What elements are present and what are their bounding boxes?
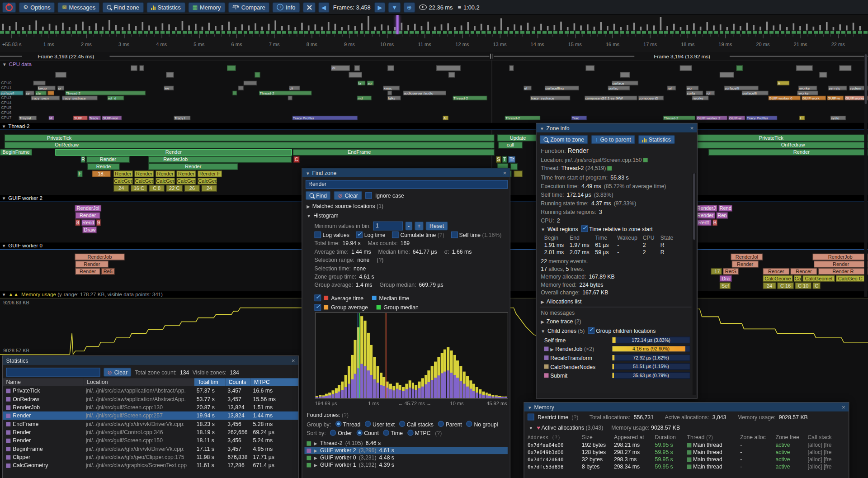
timeline-zone[interactable]: RenderJob xyxy=(813,254,868,260)
cpu-zone[interactable] xyxy=(736,65,743,71)
timeline-zone[interactable]: Rende xyxy=(87,163,119,170)
timeline-zone[interactable]: OnRedraw xyxy=(696,142,868,148)
timeline-zone[interactable]: Render xyxy=(708,149,868,156)
cpu-zone[interactable]: au xyxy=(367,81,374,85)
close-icon[interactable] xyxy=(690,125,693,131)
timeline-zone[interactable]: Rencer xyxy=(763,268,789,275)
cpu-zone[interactable]: Thread-2 xyxy=(505,116,540,120)
frame-label[interactable]: Frame 3,193 (22.45 ms) xyxy=(22,53,109,59)
cpu-zone[interactable]: Thread-2 xyxy=(453,96,487,100)
allocation-row[interactable]: 0x7dfaa64e00 192 bytes 298.21 ms 59.95 s… xyxy=(528,441,845,449)
timeline-zone[interactable]: Re5 xyxy=(101,268,114,275)
restrict-time-checkbox[interactable] xyxy=(528,414,534,421)
statistics-row[interactable]: Render jni/../jni/src/guif/Screen.cpp:25… xyxy=(3,412,298,420)
increment-button[interactable]: + xyxy=(415,222,423,231)
cpu-zone[interactable] xyxy=(349,72,362,77)
checkbox[interactable] xyxy=(315,294,321,301)
statistics-row[interactable]: PrivateTick jni/../jni/src/claw/applicat… xyxy=(3,387,298,395)
timeline-zone[interactable]: R xyxy=(81,156,85,163)
timeline-zone[interactable]: Ca xyxy=(794,275,802,282)
cpu-zone[interactable]: I xyxy=(799,116,805,120)
cpu-zone[interactable]: M xyxy=(49,116,54,120)
frame-overview[interactable] xyxy=(0,15,868,35)
cpu-zone[interactable] xyxy=(387,65,394,71)
cpu-zone[interactable] xyxy=(509,65,514,71)
frame-label[interactable]: Frame 3,194 (13.92 ms) xyxy=(634,53,730,59)
timeline-zone[interactable]: call xyxy=(498,142,523,148)
timeline-zone[interactable]: Render xyxy=(695,212,715,219)
zone-info-scrollbar[interactable] xyxy=(693,173,696,395)
timeline-zone[interactable]: C xyxy=(813,282,821,289)
cpu-zone[interactable] xyxy=(586,65,595,71)
group-by-option[interactable]: Call stacks xyxy=(399,421,434,428)
statistics-button[interactable]: Statistics xyxy=(146,2,185,12)
timeline-zone[interactable]: Render xyxy=(135,170,154,177)
zone-group-row[interactable]: GUIF worker 2 (3,296) 4.61 s xyxy=(304,447,507,454)
group-by-option[interactable]: Parent xyxy=(438,421,462,428)
cpu-zone[interactable] xyxy=(839,65,851,71)
cpu-zone[interactable] xyxy=(796,65,813,71)
cpu-zone[interactable] xyxy=(620,72,630,77)
group-by-option[interactable]: Thread xyxy=(335,421,360,428)
matched-locations-section[interactable]: Matched source locations (1) xyxy=(307,203,383,209)
timeline-scrollbar[interactable] xyxy=(864,53,867,297)
timeline-zone[interactable]: CalcGeo xyxy=(113,178,133,185)
thread-header-thread2[interactable]: ▼Thread-2 xyxy=(0,123,868,130)
timeline-zone[interactable]: RenderJob xyxy=(148,156,292,163)
tools-button[interactable] xyxy=(302,2,315,12)
timeline-zone[interactable]: T xyxy=(502,156,507,163)
timeline-zone[interactable]: Draw xyxy=(82,227,97,233)
cpu-zone[interactable]: cfr xyxy=(289,86,300,90)
timeline-zone[interactable]: OnRedraw xyxy=(5,142,495,148)
cpu-zone[interactable] xyxy=(33,81,45,85)
timeline-zone[interactable]: C xyxy=(293,156,299,163)
cpu-zone[interactable]: sy xyxy=(25,91,34,95)
cpu-zone[interactable]: rworke xyxy=(692,96,709,100)
cpu-zone[interactable]: md xyxy=(357,96,372,100)
cpu-zone[interactable]: Tracy Profiler xyxy=(746,116,778,120)
zone-group-row[interactable]: Thread-2 (4,105) 6.46 s xyxy=(304,440,507,447)
cpu-zone[interactable] xyxy=(387,91,392,95)
cpu-zone[interactable]: rworke xyxy=(798,86,817,90)
timeline-zone[interactable]: CalcGeo xyxy=(156,178,175,185)
cpu-zone[interactable]: et xyxy=(524,86,531,90)
cpu-zone[interactable]: Thread-2 xyxy=(663,116,695,120)
timeline-zone[interactable]: Render F xyxy=(198,170,222,177)
compare-button[interactable]: Compare xyxy=(228,2,269,12)
cpu-zone[interactable]: kwoc xyxy=(383,86,400,90)
ignore-case-checkbox[interactable] xyxy=(365,192,372,199)
statistics-row[interactable]: Render jni/../jni/src/guif/Control.cpp:3… xyxy=(3,428,298,436)
column-header[interactable]: Counts xyxy=(225,378,250,386)
wait-region-row[interactable]: 1.91 ms1.97 ms61 µs-2R xyxy=(544,242,677,249)
messages-button[interactable]: ✉Messages xyxy=(58,2,100,12)
timeline-zone[interactable]: Dra xyxy=(720,275,732,282)
timeline-zone[interactable]: CalcGeor xyxy=(135,178,154,185)
min-bin-input[interactable]: 1 xyxy=(373,222,403,231)
timeline-zone[interactable]: CalcGeo C xyxy=(836,275,865,282)
timeline-zone[interactable]: 16 C xyxy=(131,185,147,192)
statistics-row[interactable]: BeginFrame jni/../jni/src/claw/gfx/drv/v… xyxy=(3,445,298,453)
time-ruler[interactable]: 1 ms2 ms3 ms4 ms5 ms6 ms7 ms8 ms9 ms10 m… xyxy=(0,34,868,52)
statistics-titlebar[interactable]: Statistics xyxy=(3,356,298,365)
cpu-zone[interactable] xyxy=(166,72,174,77)
timeline-zone[interactable]: CalcGeo xyxy=(198,178,217,185)
cpu-zone[interactable] xyxy=(680,65,692,71)
sort-by-option[interactable]: Order xyxy=(330,430,352,436)
timeline-zone[interactable]: C 10 xyxy=(795,282,811,289)
child-zone-row[interactable]: Submit 35.63 µs (0.79%) xyxy=(544,371,693,380)
cpu-zone[interactable] xyxy=(288,96,292,100)
cpu-data-header[interactable]: CPU data xyxy=(2,61,32,67)
cpu-zone[interactable]: GUIF-w xyxy=(728,116,745,120)
cpu-zone[interactable]: rol xyxy=(667,86,676,90)
filter-zones-input[interactable] xyxy=(6,368,100,377)
cpu-zone[interactable]: sen-sis xyxy=(828,86,847,90)
cpu-zone[interactable] xyxy=(238,86,244,90)
cpu-zone[interactable]: kwgp xyxy=(38,86,55,90)
group-by-option[interactable]: User text xyxy=(365,421,395,428)
memory-button[interactable]: ▦Memory xyxy=(188,2,226,12)
timeline-zone[interactable]: EndFrame xyxy=(293,149,495,156)
cpu-zone[interactable]: Tracy xyxy=(89,116,101,120)
go-to-parent-button[interactable]: ↑Go to parent xyxy=(591,135,635,144)
view-marker[interactable] xyxy=(396,15,399,34)
frame-bar[interactable]: Frame 3,193 (22.45 ms) Frame 3,194 (13.9… xyxy=(0,52,868,60)
